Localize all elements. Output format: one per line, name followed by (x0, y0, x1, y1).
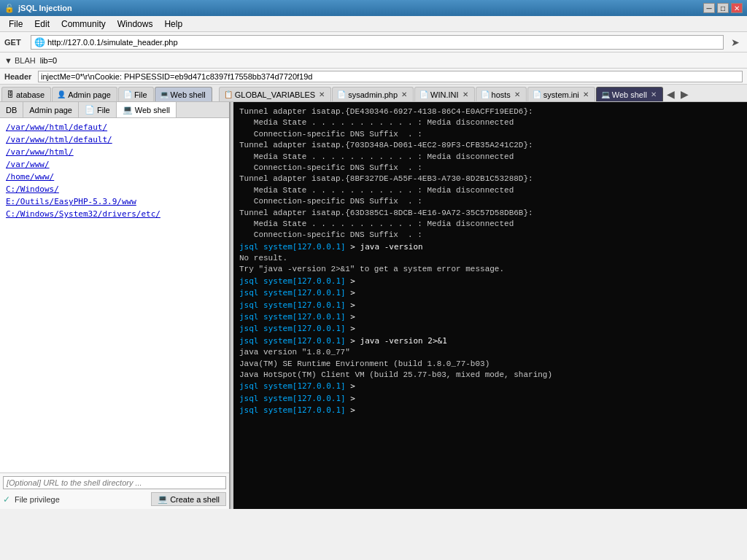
tab-winini-close[interactable]: ✕ (462, 90, 468, 98)
left-bottom: ✓ File privilege 💻 Create a shell (0, 472, 229, 509)
tab-sysini-close[interactable]: ✕ (583, 90, 589, 98)
url-input[interactable] (47, 38, 720, 47)
blah-input[interactable] (40, 56, 743, 65)
close-button[interactable]: ✕ (731, 3, 743, 13)
terminal-line: jsql system[127.0.0.1] > (239, 323, 741, 335)
http-method: GET (4, 38, 26, 47)
terminal-panel[interactable]: Tunnel adapter isatap.{DE430346-6927-413… (233, 102, 747, 509)
tab-hosts-label: hosts (492, 90, 511, 99)
menu-windows[interactable]: Windows (112, 18, 159, 31)
tree-item[interactable]: /var/www/html/default/ (1, 133, 228, 146)
app-icon: 🔓 (4, 4, 15, 13)
database-tab-icon: 🗄 (7, 90, 14, 98)
terminal-line: Java(TM) SE Runtime Environment (build 1… (239, 359, 741, 370)
terminal-line: jsql system[127.0.0.1] > (239, 311, 741, 323)
terminal-line: jsql system[127.0.0.1] > (239, 300, 741, 311)
terminal-line: jsql system[127.0.0.1] > (239, 405, 741, 416)
terminal-line: Tunnel adapter isatap.{703D348A-D061-4EC… (239, 140, 741, 151)
terminal-line: Connection-specific DNS Suffix . : (239, 196, 741, 207)
menu-bar: File Edit Community Windows Help (0, 16, 747, 32)
tab-global-vars-close[interactable]: ✕ (319, 90, 325, 98)
create-shell-button[interactable]: 💻 Create a shell (151, 492, 226, 506)
tab-hosts[interactable]: 📄 hosts ✕ (476, 87, 527, 101)
app-title: jSQL Injection (18, 4, 72, 12)
sysadmin-icon: 📄 (337, 90, 346, 98)
tab-winini-label: WIN.INI (430, 90, 459, 99)
title-bar-left: 🔓 jSQL Injection (4, 4, 72, 13)
tab-webshell-left[interactable]: 💻 Web shell (155, 87, 212, 101)
header-input[interactable] (38, 71, 743, 82)
left-webshell-label: Web shell (135, 106, 170, 114)
menu-help[interactable]: Help (158, 18, 188, 31)
winini-icon: 📄 (419, 90, 428, 98)
tab-global-vars[interactable]: 📋 GLOBAL_VARIABLES ✕ (219, 87, 331, 101)
tab-file-label: File (134, 90, 147, 99)
shell-url-input[interactable] (3, 476, 226, 489)
menu-file[interactable]: File (3, 18, 28, 31)
tab-nav-next[interactable]: ▶ (678, 87, 692, 101)
tab-winini[interactable]: 📄 WIN.INI ✕ (414, 87, 475, 101)
title-bar-controls: ─ □ ✕ (703, 3, 743, 13)
webshell-right-icon: 💻 (601, 90, 610, 98)
terminal-line: jsql system[127.0.0.1] > (239, 276, 741, 287)
go-button[interactable]: ➤ (728, 36, 743, 48)
tab-global-vars-label: GLOBAL_VARIABLES (235, 90, 315, 99)
tree-item[interactable]: C:/Windows/ (1, 183, 228, 195)
tree-item[interactable]: /var/www/ (1, 158, 228, 171)
terminal-line: Media State . . . . . . . . . . . : Medi… (239, 117, 741, 128)
terminal-line: Connection-specific DNS Suffix . : (239, 230, 741, 241)
url-field-wrap: 🌐 (31, 35, 724, 50)
left-tab-webshell[interactable]: 💻 Web shell (117, 102, 177, 117)
hosts-icon: 📄 (481, 90, 489, 98)
tab-nav-prev[interactable]: ◀ (664, 87, 678, 101)
main-content: DB Admin page 📄 File 💻 Web shell /var/ww… (0, 102, 747, 509)
terminal-line: Java HotSpot(TM) Client VM (build 25.77-… (239, 370, 741, 381)
minimize-button[interactable]: ─ (703, 3, 715, 13)
terminal-line: Tunnel adapter isatap.{63D385C1-8DCB-4E1… (239, 208, 741, 219)
tab-sysini-label: system.ini (543, 90, 579, 99)
tab-admin[interactable]: 👤 Admin page (52, 87, 117, 101)
tab-admin-label: Admin page (68, 90, 111, 99)
file-tab-icon: 📄 (123, 90, 132, 98)
tab-webshell-right[interactable]: 💻 Web shell ✕ (596, 87, 663, 101)
left-tab-file[interactable]: 📄 File (79, 102, 117, 117)
terminal-line: Tunnel adapter isatap.{8BF327DE-A55F-4EB… (239, 174, 741, 184)
tab-webshell-left-label: Web shell (171, 90, 206, 99)
menu-community[interactable]: Community (55, 18, 112, 31)
menu-edit[interactable]: Edit (28, 18, 55, 31)
blah-bar: ▼ BLAH (0, 52, 747, 69)
file-tree: /var/www/html/defaut//var/www/html/defau… (0, 118, 229, 472)
tab-sysini[interactable]: 📄 system.ini ✕ (527, 87, 595, 101)
left-file-icon: 📄 (85, 105, 95, 114)
sysini-icon: 📄 (533, 90, 541, 98)
maximize-button[interactable]: □ (717, 3, 729, 13)
tree-item[interactable]: C:/Windows/System32/drivers/etc/ (1, 208, 228, 220)
tab-hosts-close[interactable]: ✕ (514, 90, 520, 98)
tab-database[interactable]: 🗄 atabase (1, 87, 51, 101)
left-webshell-icon: 💻 (123, 105, 133, 114)
title-bar: 🔓 jSQL Injection ─ □ ✕ (0, 0, 747, 16)
globe-icon: 🌐 (34, 37, 45, 47)
terminal-line: jsql system[127.0.0.1] > (239, 393, 741, 405)
terminal-line: Tunnel adapter isatap.{DE430346-6927-413… (239, 106, 741, 117)
shell-icon: 💻 (158, 494, 168, 504)
tab-sysadmin-label: sysadmin.php (348, 90, 398, 99)
tabs-row: 🗄 atabase 👤 Admin page 📄 File 💻 Web shel… (0, 85, 747, 102)
tree-item[interactable]: E:/Outils/EasyPHP-5.3.9/www (1, 195, 228, 208)
status-bar-left: ✓ File privilege 💻 Create a shell (3, 492, 226, 506)
tab-sysadmin[interactable]: 📄 sysadmin.php ✕ (332, 87, 414, 101)
url-bar: GET 🌐 ➤ (0, 32, 747, 52)
left-tab-db[interactable]: DB (0, 102, 23, 117)
tab-webshell-right-close[interactable]: ✕ (651, 90, 657, 98)
terminal-line: Connection-specific DNS Suffix . : (239, 163, 741, 174)
tree-item[interactable]: /home/www/ (1, 171, 228, 183)
create-shell-label: Create a shell (170, 495, 220, 504)
terminal-line: Media State . . . . . . . . . . . : Medi… (239, 219, 741, 230)
left-tab-admin[interactable]: Admin page (23, 102, 79, 117)
tree-item[interactable]: /var/www/html/ (1, 146, 228, 158)
tab-file[interactable]: 📄 File (118, 87, 154, 101)
tab-sysadmin-close[interactable]: ✕ (401, 90, 407, 98)
tree-item[interactable]: /var/www/html/defaut/ (1, 121, 228, 133)
tab-webshell-right-label: Web shell (612, 90, 647, 99)
left-panel: DB Admin page 📄 File 💻 Web shell /var/ww… (0, 102, 231, 509)
